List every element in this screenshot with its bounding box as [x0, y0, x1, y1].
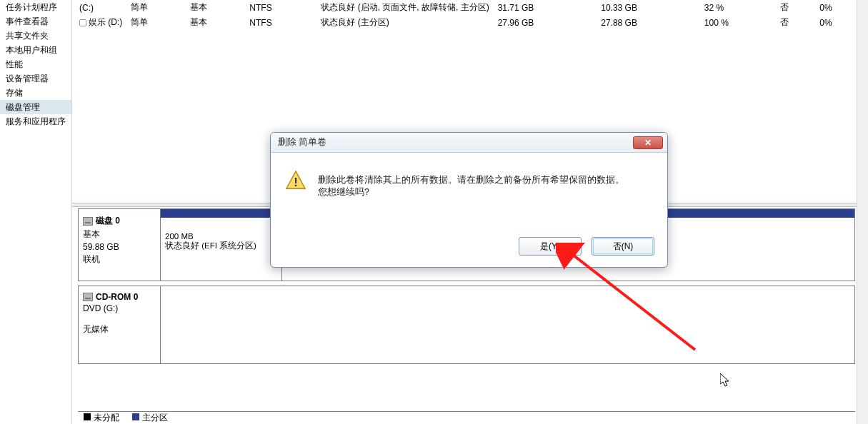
volume-name: (C:) — [79, 3, 94, 13]
cdrom-kind: DVD (G:) — [83, 303, 156, 313]
disk0-state: 联机 — [83, 253, 156, 266]
close-icon: ✕ — [644, 138, 652, 148]
sidebar-item-storage[interactable]: 存储 — [0, 86, 71, 100]
volume-table[interactable]: (C:) 简单 基本 NTFS 状态良好 (启动, 页面文件, 故障转储, 主分… — [75, 0, 864, 30]
sidebar-item-disk-management[interactable]: 磁盘管理 — [0, 100, 71, 114]
sidebar-item-event-viewer[interactable]: 事件查看器 — [0, 14, 71, 29]
cdrom-state: 无媒体 — [83, 323, 156, 335]
legend-primary: 主分区 — [132, 412, 168, 424]
disk0-kind: 基本 — [83, 228, 156, 241]
dialog-line1: 删除此卷将清除其上的所有数据。请在删除之前备份所有希望保留的数据。 — [318, 174, 624, 186]
delete-volume-dialog: 删除 简单卷 ✕ ! 删除此卷将清除其上的所有数据。请在删除之前备份所有希望保留… — [270, 132, 668, 268]
partition-status: 状态良好 (EFI 系统分区) — [165, 241, 277, 251]
sidebar-item-task-scheduler[interactable]: 任务计划程序 — [0, 0, 71, 14]
disk0-partition-efi[interactable]: 200 MB 状态良好 (EFI 系统分区) — [161, 218, 282, 281]
svg-marker-4 — [720, 373, 729, 386]
dialog-buttons: 是(Y) 否(N) — [271, 230, 667, 267]
sidebar-item-device-manager[interactable]: 设备管理器 — [0, 71, 71, 86]
legend: 未分配 主分区 — [78, 411, 855, 424]
volume-name: 娱乐 (D:) — [89, 17, 122, 27]
partition-size: 200 MB — [165, 232, 277, 241]
dialog-body: ! 删除此卷将清除其上的所有数据。请在删除之前备份所有希望保留的数据。 您想继续… — [271, 153, 667, 230]
sidebar-item-performance[interactable]: 性能 — [0, 57, 71, 71]
table-row[interactable]: (C:) 简单 基本 NTFS 状态良好 (启动, 页面文件, 故障转储, 主分… — [75, 0, 864, 15]
cdrom-graph — [161, 286, 854, 363]
disk0-size: 59.88 GB — [83, 242, 156, 252]
sidebar-item-local-users[interactable]: 本地用户和组 — [0, 43, 71, 57]
nav-tree: 任务计划程序 事件查看器 共享文件夹 本地用户和组 性能 设备管理器 存储 磁盘… — [0, 0, 71, 424]
volume-icon — [79, 19, 86, 26]
cdrom-panel: CD-ROM 0 DVD (G:) 无媒体 — [78, 286, 855, 364]
warning-icon: ! — [285, 170, 306, 191]
dialog-message: 删除此卷将清除其上的所有数据。请在删除之前备份所有希望保留的数据。 您想继续吗? — [318, 174, 624, 223]
close-button[interactable]: ✕ — [633, 136, 663, 149]
cdrom-title: CD-ROM 0 — [96, 292, 138, 302]
dialog-line2: 您想继续吗? — [318, 186, 624, 198]
dialog-title-text: 删除 简单卷 — [278, 136, 326, 148]
legend-unallocated: 未分配 — [84, 412, 119, 424]
disk0-info: 磁盘 0 基本 59.88 GB 联机 — [79, 209, 161, 281]
svg-text:!: ! — [294, 176, 298, 189]
table-row[interactable]: 娱乐 (D:) 简单 基本 NTFS 状态良好 (主分区) 27.96 GB 2… — [75, 15, 864, 30]
yes-button[interactable]: 是(Y) — [519, 237, 582, 256]
cdrom-icon — [83, 293, 93, 301]
no-button[interactable]: 否(N) — [592, 237, 654, 256]
sidebar-item-services-apps[interactable]: 服务和应用程序 — [0, 114, 71, 128]
cdrom-info: CD-ROM 0 DVD (G:) 无媒体 — [79, 286, 161, 363]
disk-icon — [83, 217, 93, 226]
right-rail — [857, 0, 868, 424]
disk0-title: 磁盘 0 — [96, 215, 120, 227]
cursor-icon — [720, 373, 732, 388]
dialog-titlebar[interactable]: 删除 简单卷 ✕ — [271, 133, 667, 153]
sidebar-item-shared-folders[interactable]: 共享文件夹 — [0, 29, 71, 43]
